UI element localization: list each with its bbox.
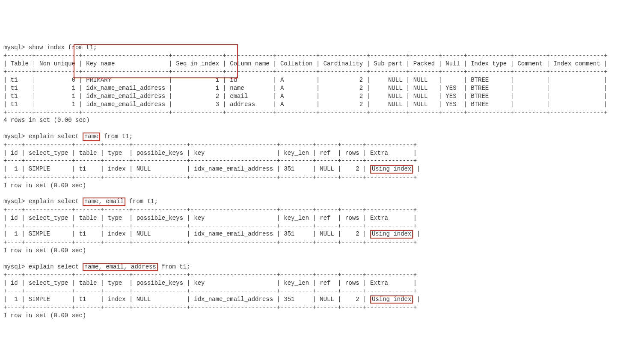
highlight-using-index: Using index — [370, 295, 413, 304]
sql-pre: explain select — [29, 198, 83, 205]
sql-post: from t1; — [158, 263, 190, 270]
table-sep: +----+-------------+-------+-------+----… — [3, 271, 417, 278]
table-sep: +----+-------------+-------+-------+----… — [3, 142, 417, 148]
table-row: | t1 | 1 | idx_name_email_address | 2 | … — [3, 93, 607, 100]
table-sep: +-------+------------+------------------… — [3, 52, 607, 59]
table-sep: +----+-------------+-------+-------+----… — [3, 174, 417, 181]
highlight-columns: name, email, address — [83, 263, 158, 271]
row-post: | — [413, 296, 420, 303]
table-row: | t1 | 1 | idx_name_email_address | 1 | … — [3, 85, 607, 91]
result-footer: 1 row in set (0.00 sec) — [3, 247, 86, 254]
row-pre: | 1 | SIMPLE | t1 | index | NULL | idx_n… — [3, 165, 370, 172]
sql-pre: explain select — [29, 133, 83, 140]
sql-pre: explain select — [29, 263, 83, 270]
prompt: mysql> — [3, 198, 29, 205]
table-sep: +----+-------------+-------+-------+----… — [3, 157, 417, 164]
table-header: | id | select_type | table | type | poss… — [3, 280, 417, 286]
table-sep: +----+-------------+-------+-------+----… — [3, 206, 417, 213]
table-sep: +-------+------------+------------------… — [3, 109, 607, 116]
highlight-using-index: Using index — [370, 165, 413, 173]
table-header: | id | select_type | table | type | poss… — [3, 150, 417, 156]
prompt: mysql> — [3, 263, 29, 270]
highlight-columns: name, email — [83, 198, 125, 206]
table-sep: +-------+------------+------------------… — [3, 68, 607, 75]
prompt: mysql> — [3, 133, 29, 140]
sql-query: show index from t1; — [29, 44, 97, 51]
prompt: mysql> — [3, 44, 29, 51]
row-post: | — [413, 165, 420, 172]
row-post: | — [413, 230, 420, 237]
table-row: | t1 | 1 | idx_name_email_address | 3 | … — [3, 101, 607, 108]
sql-post: from t1; — [125, 198, 158, 205]
result-footer: 1 row in set (0.00 sec) — [3, 312, 86, 319]
row-pre: | 1 | SIMPLE | t1 | index | NULL | idx_n… — [3, 296, 370, 303]
table-sep: +----+-------------+-------+-------+----… — [3, 239, 417, 246]
result-footer: 4 rows in set (0.00 sec) — [3, 117, 90, 124]
table-row: | t1 | 0 | PRIMARY | 1 | id | A | 2 | NU… — [3, 77, 607, 83]
result-footer: 1 row in set (0.00 sec) — [3, 182, 86, 189]
table-sep: +----+-------------+-------+-------+----… — [3, 288, 417, 295]
highlight-columns: name — [83, 133, 101, 141]
terminal-output: mysql> show index from t1; +-------+----… — [3, 36, 641, 320]
row-pre: | 1 | SIMPLE | t1 | index | NULL | idx_n… — [3, 230, 370, 237]
table-header: | id | select_type | table | type | poss… — [3, 215, 417, 221]
sql-post: from t1; — [100, 133, 133, 140]
table-sep: +----+-------------+-------+-------+----… — [3, 304, 417, 311]
table-header: | Table | Non_unique | Key_name | Seq_in… — [3, 60, 607, 67]
highlight-using-index: Using index — [370, 230, 413, 238]
table-sep: +----+-------------+-------+-------+----… — [3, 223, 417, 230]
